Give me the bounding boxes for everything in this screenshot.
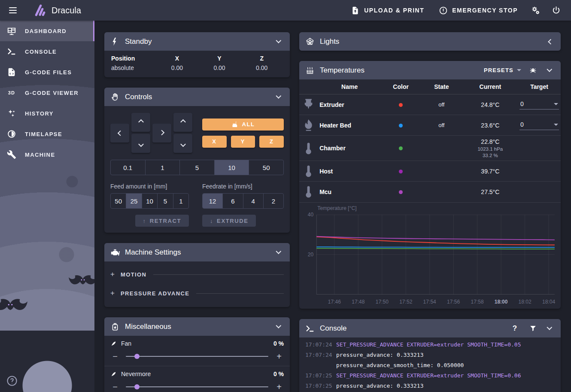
thermometer-icon (301, 141, 316, 156)
presets-button[interactable]: PRESETS (484, 67, 521, 73)
move-distance-1[interactable]: 1 (145, 160, 180, 175)
spider-toggle-button[interactable] (526, 64, 539, 77)
svg-text:17:52: 17:52 (399, 298, 412, 304)
console-help-button[interactable]: ? (508, 322, 521, 335)
jog-x-plus-button[interactable] (152, 124, 171, 143)
output-name: Fan (121, 340, 131, 347)
move-distance-10[interactable]: 10 (214, 160, 249, 175)
retract-button[interactable]: ↑ RETRACT (135, 215, 189, 227)
collapse-chevron-icon[interactable] (273, 92, 284, 102)
sensor-name[interactable]: Chamber (318, 136, 381, 161)
slider-thumb[interactable] (134, 384, 140, 389)
feed-amount-5[interactable]: 5 (157, 194, 173, 208)
decrease-button[interactable]: − (110, 352, 120, 361)
home-z-button[interactable]: Z (259, 136, 284, 148)
console-entry: 17:07:25SET_PRESSURE_ADVANCE EXTRUDER=ex… (305, 372, 555, 379)
extrude-button[interactable]: ↓ EXTRUDE (202, 215, 256, 227)
flame-icon (301, 118, 316, 133)
move-distance-50[interactable]: 50 (249, 160, 283, 175)
increase-button[interactable]: + (274, 352, 284, 361)
sidebar-item-g-code-viewer[interactable]: 3DG-CODE VIEWER (0, 82, 94, 103)
svg-text:17:56: 17:56 (447, 298, 460, 304)
home-x-button[interactable]: X (202, 136, 227, 148)
collapse-chevron-icon[interactable] (273, 36, 284, 47)
machine-settings-header: Machine Settings (104, 243, 290, 261)
sensor-row-host: Host39.7°C (299, 161, 561, 182)
settings-section-pressure-advance[interactable]: +PRESSURE ADVANCE (110, 284, 284, 303)
caret-down-icon (554, 124, 558, 126)
jog-pad (110, 113, 192, 153)
feed-amount-10[interactable]: 10 (142, 194, 157, 208)
temperatures-panel: Temperatures PRESETS NameColorStateCurre… (299, 61, 561, 309)
temperature-table: NameColorStateCurrentTarget Extruderoff2… (299, 79, 561, 203)
power-button[interactable] (547, 3, 565, 18)
sidebar-item-console[interactable]: CONSOLE (0, 41, 94, 62)
sidebar-item-g-code-files[interactable]: G-CODE FILES (0, 62, 94, 82)
svg-text:40: 40 (308, 212, 314, 218)
jog-z-plus-button[interactable] (173, 113, 192, 132)
temperature-chart[interactable]: Temperature [°C]204017:4617:4817:5017:52… (299, 203, 561, 309)
move-distance-group: 0.1151050 (110, 160, 284, 175)
sidebar-item-history[interactable]: HISTORY (0, 103, 94, 124)
feedrate-12[interactable]: 12 (203, 194, 222, 208)
collapse-chevron-icon[interactable] (273, 322, 284, 332)
console-command-line: SET_PRESSURE_ADVANCE EXTRUDER=extruder S… (336, 341, 555, 348)
alert-circle-icon (439, 6, 448, 15)
feed-amount-25[interactable]: 25 (126, 194, 141, 208)
home-all-button[interactable]: ALL (202, 119, 284, 131)
menu-icon[interactable] (3, 0, 23, 21)
emergency-stop-button[interactable]: EMERGENCY STOP (433, 3, 524, 18)
feedrate-2[interactable]: 2 (263, 194, 283, 208)
sensor-name[interactable]: Extruder (318, 94, 381, 115)
jog-z-minus-button[interactable] (173, 134, 192, 153)
home-y-button[interactable]: Y (231, 136, 255, 148)
position-column: Z0.00 (240, 55, 283, 71)
move-distance-5[interactable]: 5 (179, 160, 214, 175)
topbar-actions: UPLOAD & PRINT EMERGENCY STOP (345, 3, 571, 18)
target-select[interactable]: 0 (519, 120, 559, 130)
output-item-fan: Fan0 %−+ (104, 336, 290, 366)
sidebar-item-machine[interactable]: MACHINE (0, 144, 94, 165)
sidebar-item-timelapse[interactable]: TIMELAPSE (0, 124, 94, 144)
slider-track[interactable] (126, 356, 268, 357)
move-distance-0_1[interactable]: 0.1 (111, 160, 145, 175)
gas-cylinder-icon (110, 322, 120, 331)
sensor-name[interactable]: Heater Bed (318, 115, 381, 136)
jog-y-plus-button[interactable] (131, 113, 150, 132)
sensor-name[interactable]: Host (318, 161, 381, 182)
collapse-chevron-icon[interactable] (273, 247, 284, 258)
decrease-button[interactable]: − (110, 383, 120, 391)
svg-text:17:48: 17:48 (352, 298, 364, 304)
expand-chevron-icon[interactable] (544, 36, 555, 47)
upload-print-button[interactable]: UPLOAD & PRINT (345, 3, 430, 18)
settings-button[interactable] (526, 3, 544, 18)
console-filter-button[interactable] (526, 322, 539, 335)
temperatures-header: Temperatures PRESETS (299, 61, 561, 79)
brand: Dracula (33, 4, 81, 17)
power-icon (551, 6, 561, 15)
feed-amount-50[interactable]: 50 (111, 194, 126, 208)
collapse-chevron-icon[interactable] (544, 323, 555, 334)
console-log[interactable]: 17:07:24SET_PRESSURE_ADVANCE EXTRUDER=ex… (299, 336, 561, 392)
sidebar-item-label: MACHINE (25, 152, 55, 158)
sensor-row-heater-bed: Heater Bedoff23.6°C0 (299, 115, 561, 136)
jog-x-minus-button[interactable] (110, 124, 129, 143)
console-entry: 17:07:25pressure_advance: 0.333213pressu… (305, 383, 555, 392)
console-timestamp: 17:07:25 (305, 372, 336, 379)
feed-amount-1[interactable]: 1 (173, 194, 188, 208)
collapse-chevron-icon[interactable] (544, 65, 555, 76)
lights-title: Lights (320, 37, 339, 46)
jog-y-minus-button[interactable] (131, 134, 150, 153)
console-timestamp: 17:07:24 (305, 352, 336, 368)
sidebar-item-dashboard[interactable]: DASHBOARD (0, 21, 94, 41)
feedrate-4[interactable]: 4 (243, 194, 263, 208)
sensor-name[interactable]: Mcu (318, 182, 381, 202)
increase-button[interactable]: + (274, 383, 284, 391)
feedrate-6[interactable]: 6 (222, 194, 243, 208)
help-button[interactable] (6, 375, 18, 387)
settings-section-motion[interactable]: +MOTION (110, 265, 284, 284)
target-select[interactable]: 0 (519, 100, 559, 109)
lights-panel: Lights (299, 32, 561, 51)
slider-track[interactable] (126, 386, 268, 387)
slider-thumb[interactable] (134, 354, 140, 359)
